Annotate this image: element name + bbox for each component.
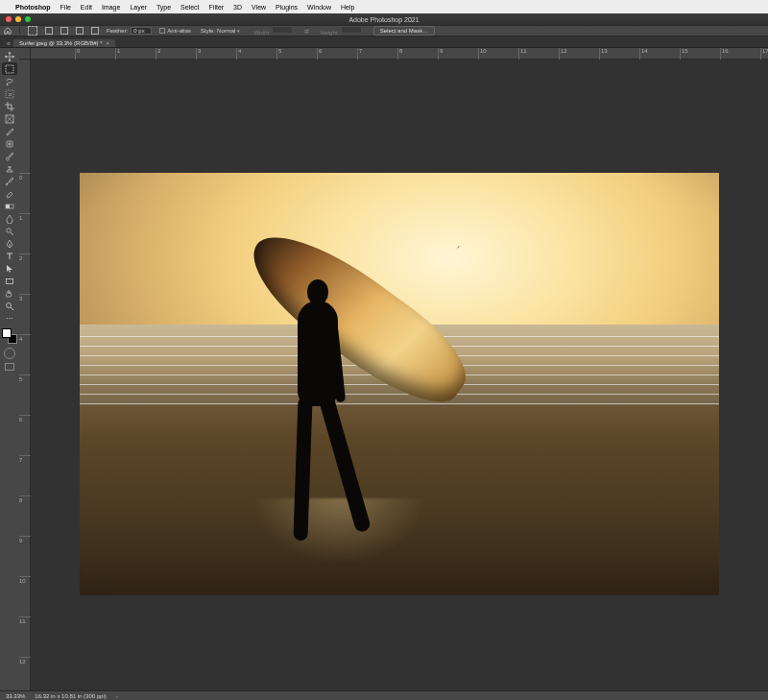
zoom-level[interactable]: 33.33%	[6, 693, 25, 699]
ruler-tick: 8	[397, 48, 402, 60]
ruler-tick: 12	[559, 48, 567, 60]
svg-point-7	[7, 228, 11, 231]
rectangle-tool[interactable]	[2, 275, 17, 287]
antialias-checkbox[interactable]: Anti-alias	[159, 28, 191, 34]
feather-input[interactable]	[131, 27, 152, 35]
ruler-tick: 1	[19, 213, 31, 221]
ruler-tick: 6	[317, 48, 322, 60]
menu-edit[interactable]: Edit	[81, 4, 92, 11]
toolbox: ⋯	[0, 48, 19, 690]
style-value: Normal	[217, 28, 235, 34]
frame-tool[interactable]	[2, 112, 17, 125]
tool-preset-icon[interactable]	[28, 26, 37, 36]
ruler-tick: 4	[236, 48, 241, 60]
document-tab-label: Surfer.jpeg @ 33.3% (RGB/8#) *	[19, 40, 102, 46]
ruler-tick: 3	[196, 48, 201, 60]
menu-window[interactable]: Window	[307, 4, 331, 11]
height-label: Height:	[321, 30, 339, 36]
pen-tool[interactable]	[2, 237, 17, 250]
document-tab[interactable]: Surfer.jpeg @ 33.3% (RGB/8#) * ×	[13, 39, 115, 47]
app-menu[interactable]: Photoshop	[15, 4, 51, 11]
foreground-color-swatch[interactable]	[2, 328, 12, 338]
document-info[interactable]: 16.32 in x 10.81 in (300 ppi)	[35, 693, 106, 699]
style-select[interactable]: Style: Normal ▾	[199, 28, 242, 34]
selection-mode-new[interactable]	[45, 27, 53, 35]
screen-mode-toggle[interactable]	[5, 363, 14, 371]
ruler-tick: 2	[156, 48, 160, 60]
dodge-tool[interactable]	[2, 225, 17, 237]
antialias-label: Anti-alias	[167, 28, 191, 34]
horizontal-ruler[interactable]: 0 1 2 3 4 5 6 7 8 9 10 11 12 13 14 15 16…	[31, 48, 768, 60]
crop-tool[interactable]	[2, 100, 17, 112]
blur-tool[interactable]	[2, 212, 17, 225]
ruler-tick: 0	[19, 173, 31, 181]
menu-view[interactable]: View	[252, 4, 266, 11]
ruler-tick: 11	[518, 48, 527, 60]
status-bar: 33.33% 16.32 in x 10.81 in (300 ppi) ›	[0, 690, 768, 700]
canvas-viewport[interactable]: ᐟ	[31, 60, 768, 690]
zoom-tool[interactable]	[2, 300, 17, 312]
clone-stamp-tool[interactable]	[2, 162, 17, 175]
mac-menu-bar: Photoshop File Edit Image Layer Type Sel…	[0, 0, 768, 13]
move-tool[interactable]	[2, 50, 17, 62]
menu-image[interactable]: Image	[102, 4, 120, 11]
home-icon[interactable]	[4, 27, 12, 35]
menu-filter[interactable]: Filter	[209, 4, 225, 11]
feather-label: Feather:	[107, 28, 128, 34]
workspace: ⋯ 0 1 2 3 4 5 6 7 8 9 10 11 12 13 14 15 …	[0, 48, 768, 690]
svg-rect-8	[7, 278, 13, 283]
object-selection-tool[interactable]	[2, 87, 17, 100]
ruler-tick: 12	[19, 657, 31, 664]
color-swatches[interactable]	[2, 328, 17, 344]
history-brush-tool[interactable]	[2, 175, 17, 187]
ruler-tick: 17	[760, 48, 768, 60]
eraser-tool[interactable]	[2, 187, 17, 200]
photo-vignette	[80, 173, 719, 595]
ruler-tick: 6	[19, 415, 31, 422]
edit-toolbar[interactable]: ⋯	[2, 312, 17, 325]
ruler-tick: 8	[19, 495, 31, 503]
menu-select[interactable]: Select	[180, 4, 199, 11]
selection-mode-subtract[interactable]	[76, 27, 84, 35]
menu-3d[interactable]: 3D	[233, 4, 242, 11]
vertical-ruler[interactable]: 0 1 2 3 4 5 6 7 8 9 10 11 12	[19, 60, 31, 690]
gradient-tool[interactable]	[2, 200, 17, 212]
chevron-down-icon: ▾	[237, 28, 240, 34]
menu-file[interactable]: File	[60, 4, 71, 11]
eyedropper-tool[interactable]	[2, 125, 17, 137]
window-title: Adobe Photoshop 2021	[0, 16, 768, 23]
ruler-tick: 11	[19, 616, 31, 624]
ruler-tick: 10	[19, 576, 31, 584]
path-selection-tool[interactable]	[2, 262, 17, 275]
width-label: Width:	[253, 30, 270, 36]
width-input	[272, 26, 293, 34]
lasso-tool[interactable]	[2, 75, 17, 87]
document-canvas[interactable]: ᐟ	[80, 173, 719, 595]
close-icon[interactable]: ×	[106, 40, 109, 46]
healing-brush-tool[interactable]	[2, 137, 17, 150]
options-bar: Feather: Anti-alias Style: Normal ▾ Widt…	[0, 25, 768, 36]
selection-mode-add[interactable]	[60, 27, 68, 35]
select-and-mask-button[interactable]: Select and Mask…	[373, 26, 435, 36]
marquee-tool[interactable]	[2, 62, 17, 75]
swap-wh-icon: ⇄	[304, 28, 309, 35]
chevron-right-icon[interactable]: ›	[116, 693, 118, 699]
selection-mode-intersect[interactable]	[91, 27, 99, 35]
menu-help[interactable]: Help	[341, 4, 354, 11]
menu-plugins[interactable]: Plugins	[276, 4, 298, 11]
ruler-origin[interactable]	[19, 48, 31, 60]
type-tool[interactable]	[2, 250, 17, 262]
ruler-tick: 5	[276, 48, 281, 60]
menu-layer[interactable]: Layer	[130, 4, 147, 11]
quick-mask-toggle[interactable]	[4, 348, 15, 359]
ruler-tick: 9	[19, 536, 31, 543]
menu-type[interactable]: Type	[156, 4, 171, 11]
ruler-tick: 3	[19, 294, 31, 302]
ruler-tick: 14	[639, 48, 648, 60]
ruler-tick: 1	[115, 48, 120, 60]
tab-scroll-left[interactable]: «	[4, 40, 13, 47]
svg-rect-6	[6, 205, 10, 208]
ruler-tick: 7	[357, 48, 362, 60]
brush-tool[interactable]	[2, 150, 17, 162]
hand-tool[interactable]	[2, 287, 17, 300]
